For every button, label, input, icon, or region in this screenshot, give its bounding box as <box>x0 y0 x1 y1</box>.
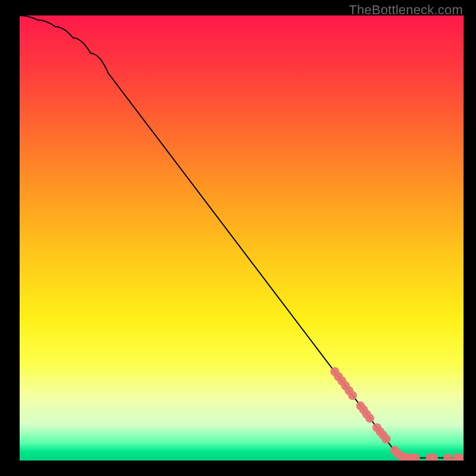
chart-frame: TheBottleneck.com <box>0 0 476 476</box>
data-markers <box>330 367 464 461</box>
attribution-text: TheBottleneck.com <box>349 2 463 18</box>
data-marker <box>348 391 357 400</box>
plot-area <box>20 15 464 461</box>
chart-overlay <box>20 15 464 461</box>
bottleneck-curve <box>20 15 464 458</box>
data-marker <box>365 414 374 422</box>
data-marker <box>382 435 391 444</box>
data-marker <box>443 453 452 461</box>
curve-path <box>20 15 464 458</box>
